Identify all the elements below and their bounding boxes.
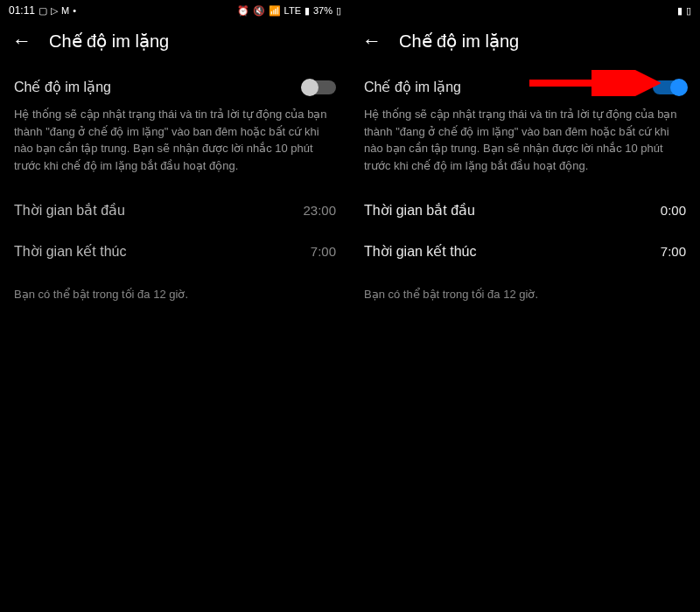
quiet-mode-toggle-on[interactable] <box>653 80 686 94</box>
quiet-mode-label: Chế độ im lặng <box>14 79 111 95</box>
video-icon: ▷ <box>51 5 58 17</box>
lte-icon: LTE <box>284 5 301 16</box>
image-icon: ▢ <box>38 5 47 17</box>
end-time-row[interactable]: Thời gian kết thúc 7:00 <box>14 231 336 272</box>
header: ← Chế độ im lặng <box>0 21 350 66</box>
battery-icon: ▯ <box>336 5 341 17</box>
end-time-label: Thời gian kết thúc <box>14 243 127 260</box>
quiet-mode-toggle-row[interactable]: Chế độ im lặng <box>364 66 686 106</box>
status-right: ⏰ 🔇 📶 LTE ▮ 37% ▯ <box>237 5 341 17</box>
battery-percent: 37% <box>313 5 332 16</box>
mute-icon: 🔇 <box>253 5 265 17</box>
start-time-label: Thời gian bắt đầu <box>364 202 475 219</box>
alarm-icon: ⏰ <box>237 5 249 17</box>
content: Chế độ im lặng Hệ thống sẽ cập nhật trạn… <box>0 66 350 301</box>
footer-note: Bạn có thể bật trong tối đa 12 giờ. <box>364 272 686 301</box>
header-title: Chế độ im lặng <box>399 31 519 52</box>
status-bar: ▮ ▯ <box>350 0 700 21</box>
phone-screen-left: 01:11 ▢ ▷ M • ⏰ 🔇 📶 LTE ▮ 37% ▯ ← Chế độ… <box>0 0 350 612</box>
status-bar: 01:11 ▢ ▷ M • ⏰ 🔇 📶 LTE ▮ 37% ▯ <box>0 0 350 21</box>
status-right: ▮ ▯ <box>677 5 691 17</box>
back-arrow-icon[interactable]: ← <box>362 30 382 52</box>
description-text: Hệ thống sẽ cập nhật trạng thái và tin t… <box>364 106 686 190</box>
start-time-row[interactable]: Thời gian bắt đầu 23:00 <box>14 190 336 231</box>
battery-icon: ▯ <box>686 5 691 17</box>
end-time-value: 7:00 <box>661 244 686 259</box>
quiet-mode-toggle-row[interactable]: Chế độ im lặng <box>14 66 336 106</box>
phone-screen-right: ▮ ▯ ← Chế độ im lặng Chế độ im lặng Hệ t… <box>350 0 700 612</box>
status-left: 01:11 ▢ ▷ M • <box>9 4 76 17</box>
footer-note: Bạn có thể bật trong tối đa 12 giờ. <box>14 272 336 301</box>
content: Chế độ im lặng Hệ thống sẽ cập nhật trạn… <box>350 66 700 301</box>
start-time-value: 0:00 <box>661 203 686 218</box>
header: ← Chế độ im lặng <box>350 21 700 66</box>
signal-icon: ▮ <box>304 5 310 17</box>
signal-icon: ▮ <box>677 5 682 17</box>
more-icon: • <box>73 5 76 16</box>
start-time-value: 23:00 <box>303 203 336 218</box>
end-time-label: Thời gian kết thúc <box>364 243 477 260</box>
status-time: 01:11 <box>9 4 35 17</box>
wifi-icon: 📶 <box>269 5 281 17</box>
description-text: Hệ thống sẽ cập nhật trạng thái và tin t… <box>14 106 336 190</box>
quiet-mode-toggle-off[interactable] <box>303 80 336 94</box>
mail-icon: M <box>61 5 69 16</box>
quiet-mode-label: Chế độ im lặng <box>364 79 461 95</box>
end-time-row[interactable]: Thời gian kết thúc 7:00 <box>364 231 686 272</box>
start-time-label: Thời gian bắt đầu <box>14 202 125 219</box>
start-time-row[interactable]: Thời gian bắt đầu 0:00 <box>364 190 686 231</box>
end-time-value: 7:00 <box>311 244 336 259</box>
back-arrow-icon[interactable]: ← <box>12 30 32 52</box>
header-title: Chế độ im lặng <box>49 31 169 52</box>
